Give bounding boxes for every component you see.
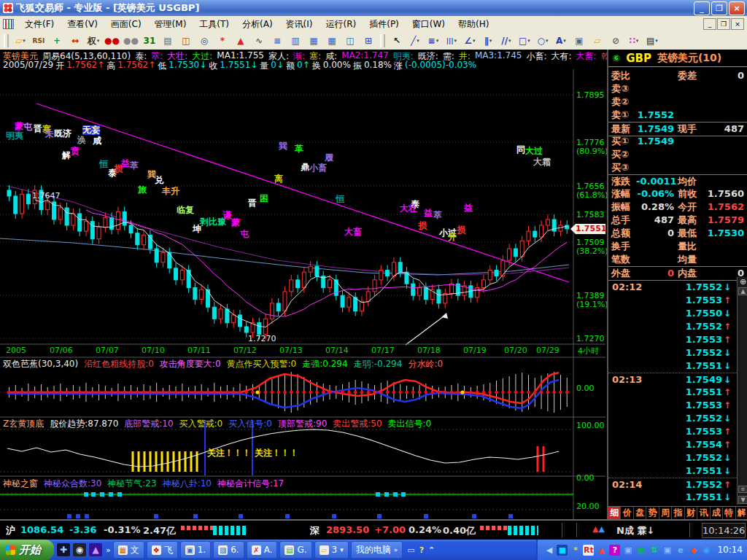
quote-tab-盘[interactable]: 盘 bbox=[634, 507, 646, 519]
rect-tool-icon[interactable]: □▾ bbox=[516, 33, 533, 49]
quote-tab-特[interactable]: 特 bbox=[723, 507, 735, 519]
cam-icon[interactable]: ◉ bbox=[701, 545, 712, 556]
ellipse-tool-icon[interactable]: ○▾ bbox=[534, 33, 551, 49]
vlines-tool-icon[interactable]: |||▾ bbox=[443, 33, 460, 49]
restore-button[interactable]: ❐ bbox=[711, 1, 727, 15]
close-button[interactable]: × bbox=[729, 1, 745, 15]
mdi-restore-button[interactable]: ❐ bbox=[717, 18, 730, 30]
tick-arrow: ↓ bbox=[724, 464, 731, 478]
minimize-button[interactable]: _ bbox=[694, 1, 710, 15]
taskbar-button-我的电脑[interactable]: 我的电脑» bbox=[351, 541, 403, 559]
scroll-grip[interactable]: ≡ bbox=[738, 486, 747, 493]
slashes-tool-icon[interactable]: //▾ bbox=[498, 33, 515, 49]
eraser-tool-icon[interactable]: ▱ bbox=[589, 33, 606, 49]
menu-画面(C)[interactable]: 画面(C) bbox=[104, 17, 148, 32]
main-chart-svg[interactable] bbox=[0, 69, 605, 519]
search-doc-icon[interactable]: ◎ bbox=[196, 33, 213, 49]
menu-文件(F)[interactable]: 文件(F) bbox=[18, 17, 61, 32]
tools-icon[interactable]: * bbox=[214, 33, 231, 49]
alarm-bell-icon[interactable]: ▲ bbox=[232, 33, 249, 49]
text-tool-icon[interactable]: A▾ bbox=[552, 33, 570, 49]
taskbar-button-6.[interactable]: ▨6. bbox=[213, 541, 244, 559]
quote-tab-周[interactable]: 周 bbox=[659, 507, 672, 519]
back-circle-icon[interactable]: ◀ bbox=[543, 545, 554, 556]
pages-icon[interactable]: ▤ bbox=[159, 33, 177, 49]
quote-tab-价[interactable]: 价 bbox=[621, 507, 633, 519]
taskbar-button-3[interactable]: ▱3▾ bbox=[314, 541, 349, 559]
updown-icon[interactable]: ⇅ bbox=[649, 545, 659, 556]
magenta-help-icon[interactable]: ? bbox=[609, 545, 620, 556]
chart-window1-icon[interactable]: ▦ bbox=[305, 33, 322, 49]
scroll-down-icon[interactable]: ▼ bbox=[738, 496, 747, 504]
menu-查看(V)[interactable]: 查看(V) bbox=[61, 17, 104, 32]
quick-chevron[interactable]: » bbox=[106, 545, 111, 555]
network2-icon[interactable]: ▣ bbox=[662, 545, 673, 556]
network-icon[interactable]: ▣ bbox=[622, 545, 633, 556]
menu-资讯(I)[interactable]: 资讯(I) bbox=[279, 17, 320, 32]
quote-tab-细[interactable]: 细 bbox=[608, 507, 621, 519]
taskbar-button-1.[interactable]: ▣1. bbox=[180, 541, 211, 559]
rt-quote-icon[interactable]: Rt bbox=[583, 545, 594, 556]
protect-tool-icon[interactable]: ⊘ bbox=[607, 33, 624, 49]
taskbar-button-文[interactable]: ▦文 bbox=[113, 541, 144, 559]
quote-row: 总手487最高1.7579 bbox=[608, 214, 747, 227]
quick-launch-2[interactable]: ◉ bbox=[73, 543, 86, 556]
quote-tab-解[interactable]: 解 bbox=[736, 507, 747, 519]
menu-窗口(W)[interactable]: 窗口(W) bbox=[406, 17, 452, 32]
columns-view-icon[interactable]: ▥ bbox=[287, 33, 304, 49]
chart-window4-icon[interactable]: ⊞ bbox=[360, 33, 377, 49]
quote-tab-财[interactable]: 财 bbox=[685, 507, 697, 519]
taskbar-button-G.[interactable]: ▤G. bbox=[279, 541, 311, 559]
green-grid-icon[interactable]: ▦ bbox=[635, 545, 646, 556]
menu-插件(P)[interactable]: 插件(P) bbox=[363, 17, 406, 32]
expand-icon[interactable]: ⌃ bbox=[428, 545, 435, 555]
chart-window2-icon[interactable]: ▦ bbox=[323, 33, 341, 49]
tick-scrollbar[interactable]: ⊕ ▲ ≡ ▼ bbox=[737, 277, 747, 505]
fanlines-tool-icon[interactable]: ∠▾ bbox=[461, 33, 479, 49]
quick-launch-3[interactable]: ▲ bbox=[89, 543, 102, 556]
start-button[interactable]: 开始 bbox=[0, 540, 54, 560]
p1-red-dot bbox=[187, 391, 190, 394]
rights-adjust-icon[interactable]: 权▾ bbox=[85, 33, 102, 49]
quote-tab-成[interactable]: 成 bbox=[711, 507, 723, 519]
pointer-icon[interactable]: ↖ bbox=[388, 33, 406, 49]
burst-icon[interactable]: * bbox=[570, 545, 581, 556]
antenna-icon[interactable]: ▲ bbox=[596, 545, 607, 556]
plug-icon[interactable]: ∿ bbox=[250, 33, 268, 49]
calendar-icon[interactable]: 31 bbox=[141, 33, 158, 49]
help-tray-icon[interactable]: ? bbox=[419, 545, 424, 555]
taskbar-button-A.[interactable]: ✗A. bbox=[247, 541, 278, 559]
quote-tab-势[interactable]: 势 bbox=[646, 507, 659, 519]
mdi-minimize-button[interactable]: _ bbox=[703, 18, 716, 30]
taskbar-button-飞[interactable]: ❖飞 bbox=[147, 541, 178, 559]
open-chart-icon[interactable]: ▱▾ bbox=[12, 33, 29, 49]
scroll-up-icon[interactable]: ▲ bbox=[738, 287, 747, 295]
move-cross-icon[interactable]: + bbox=[48, 33, 66, 49]
palette-icon[interactable]: ∷▾ bbox=[625, 33, 643, 49]
gray-lights-icon[interactable]: ●● bbox=[122, 33, 140, 49]
trendline-tool-icon[interactable]: ╱▾ bbox=[406, 33, 424, 49]
spread-arrow-icon[interactable]: ↔ bbox=[66, 33, 84, 49]
hlines-tool-icon[interactable]: ≡▾ bbox=[425, 33, 442, 49]
keyboard-icon[interactable]: ▭ bbox=[407, 545, 414, 555]
quote-tab-指[interactable]: 指 bbox=[672, 507, 684, 519]
list-view-icon[interactable]: ≡ bbox=[268, 33, 286, 49]
quick-launch-1[interactable]: ✚ bbox=[57, 543, 70, 556]
monitor-icon[interactable]: ■ bbox=[557, 545, 568, 556]
menu-工具(T)[interactable]: 工具(T) bbox=[193, 17, 236, 32]
quote-tab-讯[interactable]: 讯 bbox=[697, 507, 710, 519]
traffic-lights-icon[interactable]: ●● bbox=[103, 33, 121, 49]
channel-tool-icon[interactable]: ∥▾ bbox=[479, 33, 497, 49]
ie-icon[interactable]: e bbox=[675, 545, 686, 556]
menu-运行(R)[interactable]: 运行(R) bbox=[320, 17, 363, 32]
red-shape-icon[interactable]: ◆ bbox=[688, 545, 699, 556]
rsi-indicator-icon[interactable]: RSI bbox=[30, 33, 47, 49]
menu-管理(M)[interactable]: 管理(M) bbox=[148, 17, 193, 32]
menu-分析(A)[interactable]: 分析(A) bbox=[236, 17, 279, 32]
menu-帮助(H)[interactable]: 帮助(H) bbox=[452, 17, 495, 32]
chart-window3-icon[interactable]: ◫ bbox=[341, 33, 359, 49]
mdi-close-button[interactable]: × bbox=[731, 18, 744, 30]
book-icon[interactable]: ◫ bbox=[177, 33, 195, 49]
copy-tool-icon[interactable]: ▣ bbox=[570, 33, 588, 49]
save-tool-icon[interactable]: ▤▾ bbox=[643, 33, 661, 49]
